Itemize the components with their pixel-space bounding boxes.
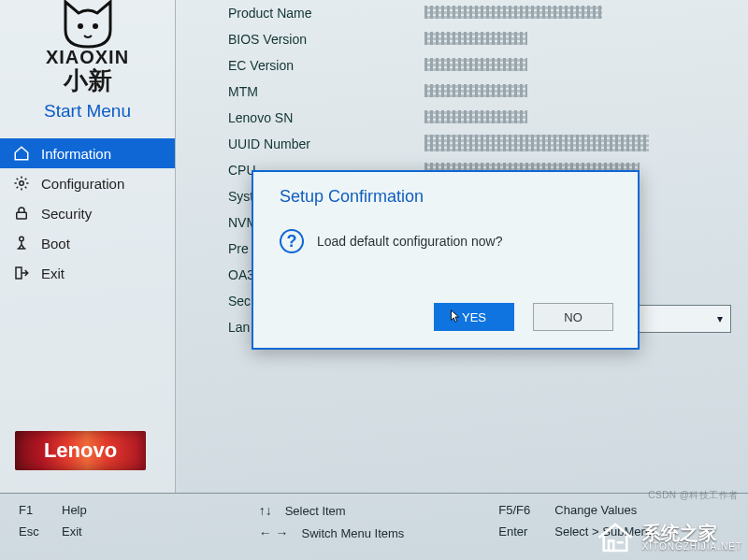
label-uuid: UUID Number — [228, 136, 424, 151]
nav-label: Exit — [41, 266, 65, 281]
sidebar: XIAOXIN 小新 Start Menu Information Config… — [0, 0, 176, 493]
hint-change-values: F5/F6Change Values — [498, 503, 729, 517]
home-icon — [13, 145, 30, 162]
lock-icon — [13, 205, 30, 222]
site-watermark: 系统之家 XITONGZHIJIA.NET — [596, 521, 743, 554]
value-mtm — [424, 84, 726, 100]
label-mtm: MTM — [228, 84, 424, 99]
label-product-name: Product Name — [228, 6, 424, 21]
value-lenovo-sn — [424, 110, 726, 126]
brand-logo: XIAOXIN 小新 Start Menu — [0, 0, 175, 122]
leftright-arrows-icon: ← → — [259, 525, 289, 540]
nav-label: Boot — [41, 236, 70, 251]
no-label: NO — [564, 310, 583, 324]
value-bios-version — [424, 32, 726, 48]
dialog-title: Setup Confirmation — [280, 187, 611, 207]
hint-f1-help: F1Help — [19, 503, 250, 517]
label-lenovo-sn: Lenovo SN — [228, 110, 424, 125]
watermark-title: 系统之家 — [642, 524, 743, 542]
label-bios-version: BIOS Version — [228, 32, 424, 47]
label-ec-version: EC Version — [228, 58, 424, 73]
hint-select-item: ↑↓Select Item — [259, 503, 490, 518]
watermark-url: XITONGZHIJIA.NET — [642, 542, 743, 552]
nav-label: Configuration — [41, 176, 124, 192]
chevron-down-icon: ▾ — [717, 312, 723, 325]
svg-point-2 — [20, 181, 24, 186]
svg-point-0 — [78, 23, 83, 29]
nav-configuration[interactable]: Configuration — [0, 168, 175, 198]
csdn-watermark: CSDN @科技工作者 — [648, 489, 739, 502]
nav-label: Information — [41, 146, 111, 162]
nav-exit[interactable]: Exit — [0, 258, 175, 288]
question-icon: ? — [280, 229, 304, 253]
nav-boot[interactable]: Boot — [0, 228, 175, 258]
svg-rect-3 — [17, 212, 27, 219]
yes-label: YES — [462, 310, 486, 324]
value-product-name — [424, 6, 726, 22]
svg-point-1 — [93, 23, 98, 29]
setup-confirmation-dialog: Setup Confirmation ? Load default config… — [252, 170, 640, 350]
nav-information[interactable]: Information — [0, 138, 175, 168]
hint-switch-menu: ← →Switch Menu Items — [259, 525, 490, 540]
nav-label: Security — [41, 206, 92, 222]
nav: Information Configuration Security Boot … — [0, 138, 175, 288]
exit-icon — [13, 265, 30, 281]
cat-logo-icon — [58, 0, 118, 50]
value-uuid — [424, 135, 726, 154]
mouse-cursor-icon — [450, 309, 461, 324]
house-icon — [596, 521, 635, 554]
lenovo-logo: Lenovo — [15, 431, 146, 470]
svg-point-4 — [20, 237, 24, 241]
start-menu-label: Start Menu — [9, 101, 165, 122]
value-ec-version — [424, 58, 726, 74]
gear-icon — [13, 175, 30, 192]
hint-esc-exit: EscExit — [19, 524, 250, 538]
brand-chinese: 小新 — [9, 65, 165, 97]
no-button[interactable]: NO — [533, 303, 613, 331]
yes-button[interactable]: YES — [434, 303, 514, 331]
boot-icon — [13, 235, 30, 251]
nav-security[interactable]: Security — [0, 198, 175, 228]
dialog-message: Load default configuration now? — [317, 234, 502, 249]
updown-arrows-icon: ↑↓ — [259, 503, 272, 518]
